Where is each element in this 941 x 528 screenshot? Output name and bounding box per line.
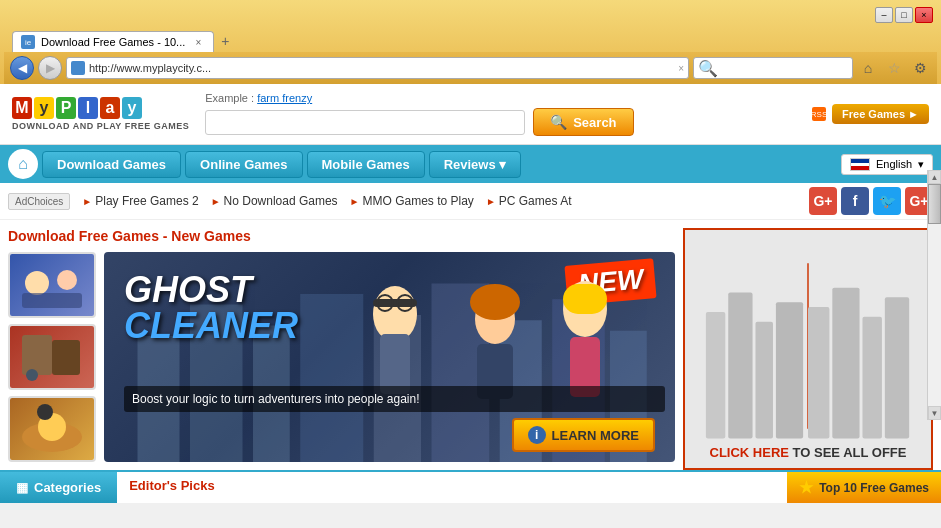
play-arrow-icon: ► [82,196,92,207]
address-clear-icon[interactable]: × [678,63,684,74]
info-icon: i [528,426,546,444]
ad-sidebar[interactable]: CLICK HERE TO SEE ALL OFFE [683,228,933,470]
tab-close-icon[interactable]: × [191,35,205,49]
site-logo[interactable]: M y P l a y DOWNLOAD AND PLAY FREE GAMES [12,97,189,131]
new-tab-button[interactable]: + [214,30,236,52]
scroll-thumb[interactable] [928,184,941,224]
sub-nav-play-free[interactable]: ► Play Free Games 2 [82,194,198,208]
learn-more-button[interactable]: i LEARN MORE [512,418,655,452]
rss-icon: RSS [812,107,826,121]
main-content: Download Free Games - New Games [0,220,941,470]
ad-choices-badge[interactable]: AdChoices [8,193,70,210]
game-showcase: GHOST CLEANER NEW [8,252,675,462]
svg-point-1 [57,270,77,290]
logo-letter-p: P [56,97,76,119]
minimize-button[interactable]: – [875,7,893,23]
nav-download-games[interactable]: Download Games [42,151,181,178]
settings-icon[interactable]: ⚙ [909,57,931,79]
address-bar[interactable]: http://www.myplaycity.c... × [66,57,689,79]
svg-rect-33 [776,302,803,438]
favorites-icon[interactable]: ☆ [883,57,905,79]
maximize-button[interactable]: □ [895,7,913,23]
banner-description: Boost your logic to turn adventurers int… [124,386,665,412]
twitter-button[interactable]: 🐦 [873,187,901,215]
nav-mobile-games[interactable]: Mobile Games [307,151,425,178]
search-input[interactable] [205,110,525,135]
home-icon: ⌂ [18,155,28,173]
svg-point-0 [25,271,49,295]
address-text: http://www.myplaycity.c... [89,62,674,74]
flag-icon [850,158,870,171]
sub-nav-mmo[interactable]: ► MMO Games to Play [350,194,474,208]
svg-rect-3 [22,335,52,375]
home-button[interactable]: ⌂ [8,149,38,179]
browser-tab[interactable]: ie Download Free Games - 10... × [12,31,214,52]
browser-search-input[interactable] [718,62,848,74]
svg-rect-34 [808,307,829,438]
svg-rect-32 [755,322,773,439]
play-arrow-icon: ► [486,196,496,207]
free-games-badge[interactable]: Free Games ► [832,104,929,124]
game-thumb-1[interactable] [8,252,96,318]
categories-button[interactable]: ▦ Categories [0,472,117,503]
svg-rect-2 [22,293,82,308]
browser-search-box[interactable]: 🔍 [693,57,853,79]
nav-reviews[interactable]: Reviews ▾ [429,151,522,178]
svg-rect-19 [373,299,417,307]
google-plus-button[interactable]: G+ [809,187,837,215]
logo-letter-l: l [78,97,98,119]
home-icon[interactable]: ⌂ [857,57,879,79]
svg-rect-4 [52,340,80,375]
scroll-down-arrow[interactable]: ▼ [928,406,941,420]
site-search-area: Example : farm frenzy 🔍 Search [205,92,796,136]
game-banner[interactable]: GHOST CLEANER NEW [104,252,675,462]
sub-navbar: AdChoices ► Play Free Games 2 ► No Downl… [0,183,941,220]
logo-letter-y: y [34,97,54,119]
svg-rect-27 [563,284,607,314]
browser-search-icon: 🔍 [698,59,718,78]
example-link[interactable]: farm frenzy [257,92,312,104]
nav-online-games[interactable]: Online Games [185,151,302,178]
svg-point-5 [26,369,38,381]
content-left: Download Free Games - New Games [0,220,683,470]
logo-letter-m: M [12,97,32,119]
facebook-button[interactable]: f [841,187,869,215]
vertical-scrollbar[interactable]: ▲ ▼ [927,170,941,420]
search-magnifier-icon: 🔍 [550,114,567,130]
close-button[interactable]: × [915,7,933,23]
section-title: Download Free Games - New Games [8,228,675,244]
svg-rect-31 [728,293,752,439]
svg-rect-30 [706,312,725,438]
lang-chevron-icon: ▾ [918,158,924,171]
address-favicon [71,61,85,75]
game-thumb-3[interactable] [8,396,96,462]
sub-nav-pc-games[interactable]: ► PC Games At [486,194,572,208]
scroll-track[interactable] [928,184,941,406]
language-selector[interactable]: English ▾ [841,154,933,175]
top10-button[interactable]: ★ Top 10 Free Games [787,472,941,503]
scroll-up-arrow[interactable]: ▲ [928,170,941,184]
svg-point-8 [37,404,53,420]
bottom-bar: ▦ Categories Editor's Picks ★ Top 10 Fre… [0,470,941,503]
tab-favicon: ie [21,35,35,49]
ad-cta[interactable]: CLICK HERE TO SEE ALL OFFE [710,445,907,460]
play-arrow-icon: ► [350,196,360,207]
ad-cityscape [693,241,923,441]
editors-picks-label: Editor's Picks [117,472,787,503]
grid-icon: ▦ [16,480,28,495]
forward-button[interactable]: ▶ [38,56,62,80]
svg-point-24 [470,284,520,320]
logo-tagline: DOWNLOAD AND PLAY FREE GAMES [12,121,189,131]
svg-rect-35 [832,288,859,439]
thumb-image-2 [10,326,94,388]
sub-nav-no-download[interactable]: ► No Download Games [211,194,338,208]
banner-title-cleaner: CLEANER [124,308,298,344]
play-arrow-icon: ► [211,196,221,207]
game-thumb-2[interactable] [8,324,96,390]
star-icon: ★ [799,478,813,497]
banner-title-ghost: GHOST [124,272,298,308]
social-icons-group: G+ f 🐦 G+ [809,187,933,215]
language-label: English [876,158,912,170]
back-button[interactable]: ◀ [10,56,34,80]
search-button[interactable]: 🔍 Search [533,108,633,136]
